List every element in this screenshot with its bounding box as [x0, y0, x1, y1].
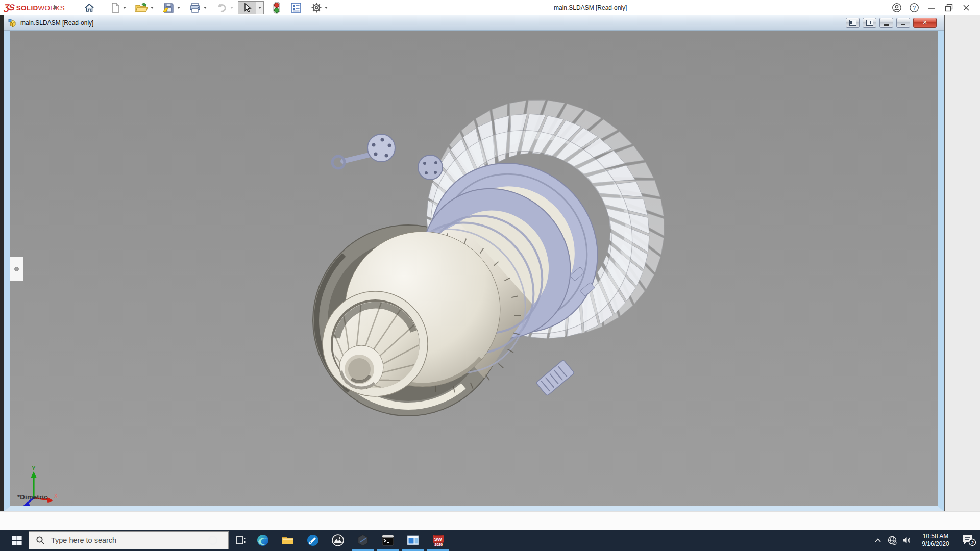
svg-text:!: !	[166, 9, 167, 12]
print-button[interactable]	[187, 1, 203, 14]
document-window: main.SLDASM [Read-only] ✕	[4, 15, 944, 511]
graphics-viewport[interactable]: Y X *Dimetric	[10, 31, 938, 506]
running-indicator	[377, 549, 399, 551]
tray-clock[interactable]: 10:58 AM 9/16/2020	[914, 533, 958, 548]
toggle-left-pane-button[interactable]	[846, 18, 860, 28]
new-document-dropdown[interactable]	[123, 7, 126, 9]
speaker-icon	[901, 535, 912, 545]
new-document-icon	[110, 2, 120, 13]
running-indicator	[352, 549, 374, 551]
task-view-icon	[235, 535, 246, 546]
restore-button[interactable]	[940, 0, 958, 15]
minimize-button[interactable]	[923, 0, 940, 15]
left-pane-icon	[849, 20, 856, 26]
child-window-outline	[944, 15, 945, 511]
child-window-edge	[0, 15, 4, 511]
settings-button[interactable]	[309, 1, 324, 14]
cortana-button[interactable]	[201, 530, 225, 551]
taskbar-hexagon-app-button[interactable]	[351, 530, 375, 551]
save-button[interactable]: !	[160, 1, 177, 14]
search-placeholder: Type here to search	[51, 536, 116, 544]
taskbar-solidworks-button[interactable]: SW 2020	[426, 530, 450, 551]
open-document-button[interactable]	[133, 1, 150, 14]
chevron-up-icon	[874, 538, 881, 543]
notification-center-button[interactable]: 2	[958, 530, 980, 551]
hexagon-app-icon	[356, 534, 370, 547]
notification-icon: 2	[961, 534, 976, 547]
new-document-button[interactable]	[108, 1, 122, 14]
document-titlebar[interactable]: main.SLDASM [Read-only] ✕	[4, 15, 944, 31]
wrench-circle-icon	[306, 534, 320, 547]
cursor-arrow-icon	[242, 3, 252, 13]
right-pane-icon	[866, 20, 873, 26]
manifold-block	[536, 360, 574, 396]
network-globe-icon	[887, 535, 897, 545]
splitter-grip-icon	[14, 267, 19, 271]
doc-close-button[interactable]: ✕	[913, 18, 937, 28]
windows-logo-icon	[12, 536, 22, 545]
help-button[interactable]: ?	[905, 0, 923, 15]
bolt-flange	[418, 155, 443, 180]
taskbar-explorer-button[interactable]	[276, 530, 300, 551]
print-dropdown[interactable]	[204, 7, 207, 9]
tray-volume-button[interactable]	[899, 530, 914, 551]
doc-restore-button[interactable]	[896, 18, 910, 28]
minimize-icon	[928, 4, 935, 11]
select-tool-group	[238, 1, 264, 14]
properties-button[interactable]	[288, 1, 304, 14]
select-tool-button[interactable]	[238, 1, 256, 14]
taskbar-photos-button[interactable]	[326, 530, 350, 551]
tray-network-button[interactable]	[885, 530, 899, 551]
search-icon	[36, 536, 45, 545]
app-title: main.SLDASM [Read-only]	[554, 4, 627, 11]
save-floppy-icon: !	[162, 2, 175, 13]
tray-time: 10:58 AM	[914, 533, 958, 540]
cortana-icon	[207, 535, 218, 546]
window-controls: ?	[888, 0, 975, 15]
account-icon	[892, 3, 902, 13]
app-background	[945, 15, 980, 511]
undo-dropdown[interactable]	[230, 7, 233, 9]
doc-minimize-button[interactable]	[879, 18, 893, 28]
running-indicator	[427, 549, 449, 551]
taskbar-edge-button[interactable]	[251, 530, 275, 551]
command-prompt-icon	[381, 534, 395, 547]
save-dropdown[interactable]	[177, 7, 180, 9]
tray-chevron-button[interactable]	[871, 530, 885, 551]
account-button[interactable]	[888, 0, 905, 15]
view-orientation-label: *Dimetric	[17, 493, 48, 501]
menu-flyout-arrow-icon[interactable]	[54, 5, 57, 10]
start-button[interactable]	[5, 530, 29, 551]
jet-engine-model[interactable]: Y X	[10, 31, 938, 506]
traffic-light-icon	[273, 2, 280, 14]
bolt-flange	[368, 134, 395, 162]
select-tool-dropdown[interactable]	[256, 2, 263, 14]
solidworks-logo-glyph: ƷS	[3, 3, 15, 13]
toggle-right-pane-button[interactable]	[863, 18, 876, 28]
selection-filter-button[interactable]	[271, 1, 282, 14]
app-titlebar: ƷS SOLIDWORKS	[0, 0, 980, 16]
home-button[interactable]	[82, 1, 97, 14]
svg-text:SW: SW	[434, 536, 442, 542]
tray-date: 9/16/2020	[914, 540, 958, 548]
task-view-button[interactable]	[229, 530, 252, 551]
taskbar-cmd-button[interactable]	[376, 530, 400, 551]
feature-pane-splitter[interactable]	[10, 257, 23, 281]
settings-dropdown[interactable]	[325, 7, 328, 9]
open-document-dropdown[interactable]	[151, 7, 154, 9]
photos-mountain-icon	[331, 534, 345, 547]
undo-icon	[215, 2, 228, 13]
taskbar-search[interactable]: Type here to search	[29, 531, 229, 549]
properties-list-icon	[290, 2, 302, 13]
taskbar-app-window-button[interactable]	[401, 530, 425, 551]
app-window-icon	[406, 534, 420, 547]
undo-button[interactable]	[213, 1, 230, 14]
notification-badge: 2	[971, 540, 974, 545]
close-button[interactable]	[958, 0, 975, 15]
document-window-buttons: ✕	[846, 18, 937, 28]
edge-browser-icon	[256, 534, 270, 547]
taskbar-support-button[interactable]	[301, 530, 325, 551]
print-icon	[189, 2, 201, 13]
svg-text:?: ?	[913, 5, 916, 11]
doc-minimize-icon	[884, 24, 889, 26]
